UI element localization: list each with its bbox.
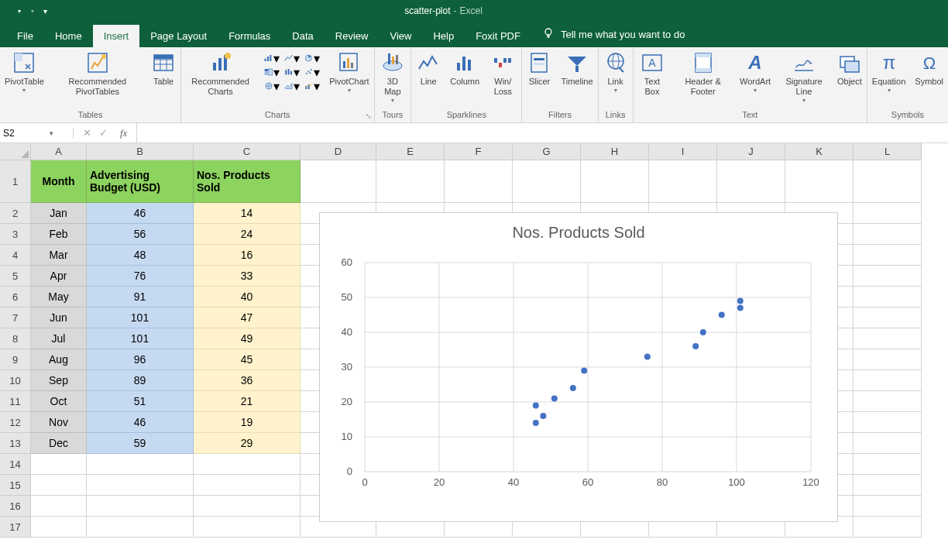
- data-point[interactable]: [700, 329, 706, 335]
- undo-icon[interactable]: ▾: [17, 8, 21, 15]
- enter-formula-icon[interactable]: ✓: [99, 127, 108, 139]
- cell-G1[interactable]: [513, 160, 581, 203]
- column-header-A[interactable]: A: [31, 143, 87, 160]
- cell-A15[interactable]: [31, 475, 87, 496]
- line-chart-icon[interactable]: ▾: [284, 52, 300, 64]
- cell-C6[interactable]: 40: [194, 287, 301, 307]
- recommended-charts-button[interactable]: Recommended Charts: [181, 47, 259, 97]
- sparkline-line-button[interactable]: Line: [411, 47, 445, 87]
- data-point[interactable]: [533, 403, 539, 409]
- cell-B11[interactable]: 51: [87, 391, 194, 412]
- cell-A3[interactable]: Feb: [31, 224, 87, 245]
- row-header-10[interactable]: 10: [0, 370, 31, 391]
- row-header-15[interactable]: 15: [0, 475, 31, 496]
- cell-L10[interactable]: [854, 370, 922, 391]
- cell-C15[interactable]: [194, 475, 301, 496]
- cell-L5[interactable]: [854, 266, 922, 287]
- row-header-7[interactable]: 7: [0, 307, 31, 328]
- column-header-L[interactable]: L: [854, 143, 922, 160]
- cell-B7[interactable]: 101: [87, 307, 194, 328]
- tab-foxit-pdf[interactable]: Foxit PDF: [465, 25, 531, 47]
- data-point[interactable]: [737, 305, 744, 311]
- tab-home[interactable]: Home: [44, 25, 93, 47]
- cell-C9[interactable]: 45: [194, 349, 301, 370]
- statistic-chart-icon[interactable]: ▾: [284, 66, 300, 78]
- cell-A12[interactable]: Nov: [31, 412, 87, 433]
- name-box-input[interactable]: [3, 128, 50, 139]
- cell-C16[interactable]: [194, 496, 301, 517]
- data-point[interactable]: [551, 396, 558, 402]
- cell-B10[interactable]: 89: [87, 370, 194, 391]
- row-header-9[interactable]: 9: [0, 349, 31, 370]
- chart-title[interactable]: Nos. Products Sold: [320, 213, 837, 242]
- cell-C13[interactable]: 29: [194, 433, 301, 454]
- cell-A13[interactable]: Dec: [31, 433, 87, 454]
- cell-L6[interactable]: [854, 287, 922, 307]
- cell-B4[interactable]: 48: [87, 245, 194, 266]
- cell-C7[interactable]: 47: [194, 307, 301, 328]
- tab-data[interactable]: Data: [281, 25, 324, 47]
- cell-L7[interactable]: [854, 307, 922, 328]
- header-footer-button[interactable]: Header & Footer: [671, 47, 735, 97]
- cell-C8[interactable]: 49: [194, 328, 301, 349]
- cell-L12[interactable]: [854, 412, 922, 433]
- data-point[interactable]: [644, 354, 651, 360]
- data-point[interactable]: [581, 368, 587, 374]
- cell-L13[interactable]: [854, 433, 922, 454]
- name-box-dropdown-icon[interactable]: ▾: [50, 129, 53, 137]
- tab-page-layout[interactable]: Page Layout: [139, 25, 218, 47]
- data-point[interactable]: [692, 343, 699, 349]
- cell-L8[interactable]: [854, 328, 922, 349]
- row-header-2[interactable]: 2: [0, 203, 31, 224]
- formula-input[interactable]: [137, 128, 948, 139]
- worksheet[interactable]: 1234567891011121314151617 ABCDEFGHIJKL M…: [0, 143, 948, 560]
- cell-L14[interactable]: [854, 454, 922, 475]
- equation-button[interactable]: πEquation▾: [867, 47, 910, 94]
- column-header-F[interactable]: F: [445, 143, 513, 160]
- tab-insert[interactable]: Insert: [93, 25, 140, 47]
- column-header-C[interactable]: C: [194, 143, 301, 160]
- recommended-pivot-button[interactable]: Recommended PivotTables: [49, 47, 146, 97]
- name-box[interactable]: ▾: [0, 128, 74, 139]
- column-header-H[interactable]: H: [581, 143, 649, 160]
- cell-B6[interactable]: 91: [87, 287, 194, 307]
- pivot-table-button[interactable]: PivotTable▾: [0, 47, 49, 94]
- sparkline-column-button[interactable]: Column: [445, 47, 484, 87]
- tab-file[interactable]: File: [6, 25, 44, 47]
- cell-A11[interactable]: Oct: [31, 391, 87, 412]
- cell-A2[interactable]: Jan: [31, 203, 87, 224]
- cell-K1[interactable]: [785, 160, 854, 203]
- cell-C12[interactable]: 19: [194, 412, 301, 433]
- cell-C11[interactable]: 21: [194, 391, 301, 412]
- cell-L1[interactable]: [854, 160, 922, 203]
- cell-L17[interactable]: [854, 517, 922, 538]
- row-header-1[interactable]: 1: [0, 160, 31, 203]
- cell-A6[interactable]: May: [31, 287, 87, 307]
- column-header-B[interactable]: B: [87, 143, 194, 160]
- cell-L9[interactable]: [854, 349, 922, 370]
- cell-B17[interactable]: [87, 517, 194, 538]
- cell-C1[interactable]: Nos. Products Sold: [194, 160, 301, 203]
- cancel-formula-icon[interactable]: ✕: [83, 127, 91, 139]
- timeline-button[interactable]: Timeline: [556, 47, 597, 87]
- cell-A9[interactable]: Aug: [31, 349, 87, 370]
- tell-me-search[interactable]: Tell me what you want to do: [531, 22, 696, 47]
- cell-B15[interactable]: [87, 475, 194, 496]
- cell-C4[interactable]: 16: [194, 245, 301, 266]
- cell-B14[interactable]: [87, 454, 194, 475]
- chart-plot-area[interactable]: 0204060801001200102030405060: [357, 263, 819, 487]
- row-header-4[interactable]: 4: [0, 245, 31, 266]
- cell-L11[interactable]: [854, 391, 922, 412]
- column-header-J[interactable]: J: [717, 143, 785, 160]
- cell-B3[interactable]: 56: [87, 224, 194, 245]
- cell-C10[interactable]: 36: [194, 370, 301, 391]
- cell-A8[interactable]: Jul: [31, 328, 87, 349]
- surface-chart-icon[interactable]: ▾: [284, 80, 300, 92]
- cell-C2[interactable]: 14: [194, 203, 301, 224]
- cell-C5[interactable]: 33: [194, 266, 301, 287]
- cell-L15[interactable]: [854, 475, 922, 496]
- tab-review[interactable]: Review: [325, 25, 380, 47]
- row-header-3[interactable]: 3: [0, 224, 31, 245]
- cell-A17[interactable]: [31, 517, 87, 538]
- cell-B16[interactable]: [87, 496, 194, 517]
